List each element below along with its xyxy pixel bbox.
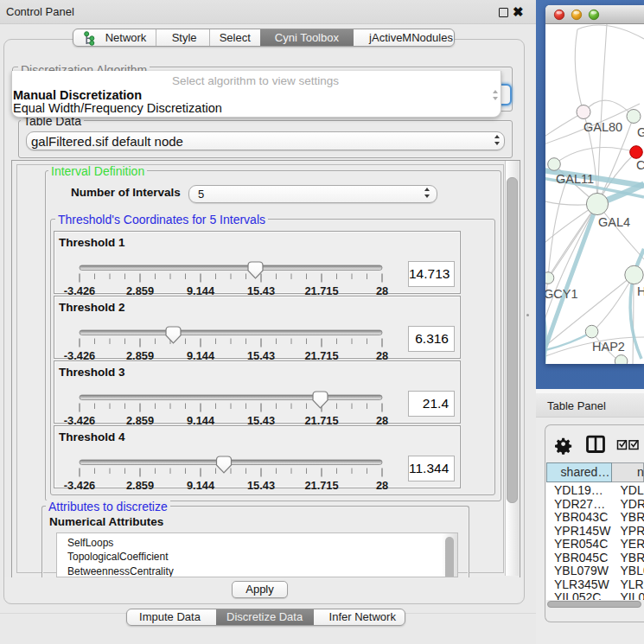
svg-text:21.715: 21.715 [304, 414, 338, 425]
svg-text:C: C [636, 158, 644, 172]
svg-text:2.859: 2.859 [126, 414, 154, 425]
svg-text:28: 28 [376, 479, 388, 490]
svg-text:21.715: 21.715 [304, 479, 338, 490]
svg-text:GAL4: GAL4 [598, 215, 630, 229]
svg-text:GAL80: GAL80 [583, 120, 622, 134]
svg-text:2.859: 2.859 [126, 349, 154, 360]
svg-text:2.859: 2.859 [126, 479, 154, 490]
svg-text:-3.426: -3.426 [64, 349, 95, 360]
svg-text:9.144: 9.144 [187, 479, 215, 490]
svg-text:28: 28 [376, 414, 388, 425]
svg-text:15.43: 15.43 [247, 479, 275, 490]
svg-text:-3.426: -3.426 [64, 479, 95, 490]
svg-text:15.43: 15.43 [247, 414, 275, 425]
svg-text:H: H [637, 284, 644, 298]
svg-text:15.43: 15.43 [247, 284, 275, 296]
svg-text:HAP2: HAP2 [592, 340, 625, 354]
svg-text:9.144: 9.144 [187, 284, 215, 296]
svg-text:GCY1: GCY1 [545, 287, 578, 301]
svg-text:28: 28 [376, 284, 388, 296]
svg-text:2.859: 2.859 [126, 284, 154, 296]
svg-text:G: G [637, 125, 644, 139]
svg-text:GAL11: GAL11 [556, 172, 594, 186]
svg-text:-3.426: -3.426 [64, 414, 95, 425]
svg-text:-3.426: -3.426 [64, 284, 95, 296]
svg-text:21.715: 21.715 [304, 284, 338, 296]
svg-text:15.43: 15.43 [247, 349, 275, 360]
svg-text:9.144: 9.144 [187, 349, 215, 360]
svg-text:21.715: 21.715 [304, 349, 338, 360]
svg-text:9.144: 9.144 [187, 414, 215, 425]
svg-text:28: 28 [376, 349, 388, 360]
